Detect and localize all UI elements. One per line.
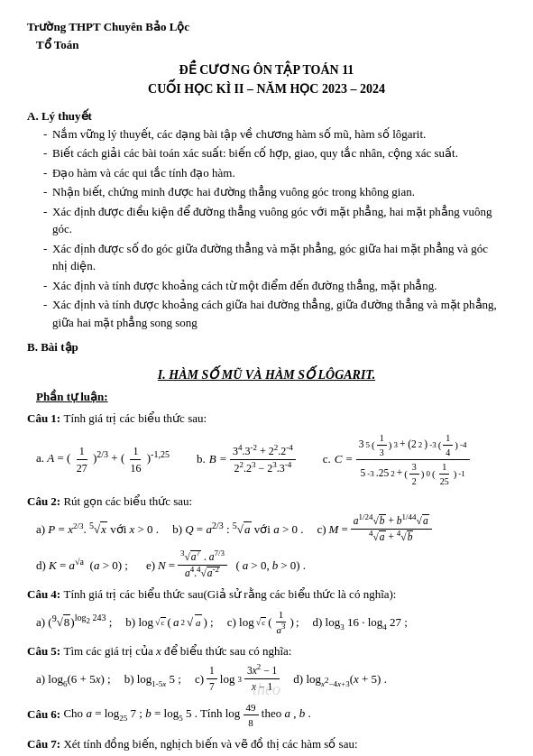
q2e: e) N = 3√a7 . a7/3 a4.4√a-2 (a > 0, b > … bbox=[146, 549, 306, 582]
theory-item-6: Xác định được số đo góc giữa đường thẳng… bbox=[43, 240, 506, 275]
theory-item-2: Biết cách giải các bài toán xác suất: bi… bbox=[43, 144, 506, 162]
q1-text: Tính giá trị các biểu thức sau: bbox=[63, 411, 207, 425]
q4a: a) (9√8)log2 243 ; bbox=[36, 613, 112, 632]
q2c: c) M = a1/24√b + b1/44√a 4√a + 4√b bbox=[317, 513, 431, 546]
q2-label: Câu 2: bbox=[27, 494, 63, 508]
q7-label: Câu 7: bbox=[27, 737, 63, 751]
q5-text: Tìm các giá trị của x để biểu thức sau c… bbox=[63, 644, 291, 658]
header-dept: Tổ Toán bbox=[27, 36, 506, 54]
section-b-label: B. Bài tập bbox=[27, 338, 506, 356]
title-sub: CUỐI HỌC KÌ II – NĂM HỌC 2023 – 2024 bbox=[27, 79, 506, 98]
q5b: b) log1-5x 5 ; bbox=[124, 670, 181, 688]
theory-item-5: Xác định được điều kiện để đường thẳng v… bbox=[43, 203, 506, 238]
q5c: c) 1 7 log3 3x2 − 1 x − 1 bbox=[195, 663, 280, 696]
part-I-sublabel: Phần tự luận: bbox=[36, 388, 506, 406]
q1-math: a. A = ( 1 27 )2/3 + ( 1 16 )-1,25 b. B … bbox=[36, 431, 497, 488]
q4-text: Tính giá trị các biểu thức sau(Giả sử rằ… bbox=[63, 587, 396, 601]
q5-label: Câu 5: bbox=[27, 644, 63, 658]
q1b: b. B = 34.3-2 + 22.2-4 22.23 − 23.3-4 bbox=[197, 443, 296, 476]
q2-text: Rút gọn các biểu thức sau: bbox=[63, 494, 192, 508]
q2-math2: d) K = a√a (a > 0) ; e) N = 3√a7 . a7/3 … bbox=[36, 549, 497, 582]
q4c: c) log√c ( 1a3 ) ; bbox=[227, 607, 299, 638]
theory-item-3: Đạo hàm và các qui tắc tính đạo hàm. bbox=[43, 164, 506, 182]
question-6: Câu 6: Cho a = log25 7 ; b = log5 5 . Tí… bbox=[27, 700, 506, 731]
title-main: ĐỀ CƯƠNG ÔN TẬP TOÁN 11 bbox=[27, 60, 506, 79]
question-4: Câu 4: Tính giá trị các biểu thức sau(Gi… bbox=[27, 585, 506, 604]
q4d: d) log3 16 · log4 27 ; bbox=[313, 613, 408, 632]
q7-text: Xét tính đồng biến, nghịch biến và vẽ đồ… bbox=[63, 737, 357, 751]
q5-math: a) log6(6 + 5x) ; b) log1-5x 5 ; c) 1 7 … bbox=[36, 663, 497, 696]
q1c: c. C = 35 ( 13 )3 + (22)-3 ( 14 )-4 5-3.… bbox=[323, 431, 470, 488]
header-school: Trường THPT Chuyên Bảo Lộc bbox=[27, 18, 506, 36]
q4-math: a) (9√8)log2 243 ; b) log√c (a2 √a ) ; c… bbox=[36, 607, 497, 638]
question-5: Câu 5: Tìm các giá trị của x để biểu thứ… bbox=[27, 642, 506, 660]
q6-label: Câu 6: bbox=[27, 706, 63, 720]
theory-item-7: Xác định và tính được khoảng cách từ một… bbox=[43, 277, 506, 295]
question-7: Câu 7: Xét tính đồng biến, nghịch biến v… bbox=[27, 735, 506, 753]
question-1: Câu 1: Tính giá trị các biểu thức sau: bbox=[27, 410, 506, 428]
theory-item-1: Nắm vững lý thuyết, các dạng bài tập về … bbox=[43, 125, 506, 143]
q2b: b) Q = a2/3 : 5√a với a > 0 . bbox=[172, 521, 303, 539]
theory-item-8: Xác định và tính được khoảng cách giữa h… bbox=[43, 296, 506, 331]
section-a-label: A. Lý thuyết bbox=[27, 107, 506, 125]
q4-label: Câu 4: bbox=[27, 587, 63, 601]
q2-math: a) P = x2/3. 5√x với x > 0 . b) Q = a2/3… bbox=[36, 513, 497, 546]
q2a: a) P = x2/3. 5√x với x > 0 . bbox=[36, 521, 159, 539]
q5a: a) log6(6 + 5x) ; bbox=[36, 670, 111, 688]
question-2: Câu 2: Rút gọn các biểu thức sau: bbox=[27, 493, 506, 511]
q1-label: Câu 1: bbox=[27, 411, 63, 425]
q6-text: Cho a = log25 7 ; b = log5 5 . Tính log … bbox=[63, 706, 310, 720]
q4b: b) log√c (a2 √a ) ; bbox=[125, 613, 213, 632]
q1a: a. A = ( 1 27 )2/3 + ( 1 16 )-1,25 bbox=[36, 443, 170, 476]
q5d: d) logx2−4x+3(x + 5) . bbox=[293, 670, 387, 688]
part-I-title: I. HÀM SỐ MŨ VÀ HÀM SỐ LÔGARIT. bbox=[27, 365, 506, 384]
theory-item-4: Nhận biết, chứng minh được hai đường thẳ… bbox=[43, 183, 506, 201]
theory-list: Nắm vững lý thuyết, các dạng bài tập về … bbox=[43, 125, 506, 332]
q2d: d) K = a√a (a > 0) ; bbox=[36, 557, 128, 575]
